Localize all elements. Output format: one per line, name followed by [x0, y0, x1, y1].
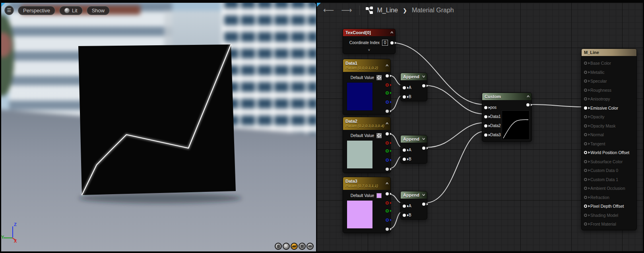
material-input-pin[interactable] [584, 187, 587, 190]
append1-header[interactable]: Append ˅ [401, 73, 427, 80]
append3-a-input-pin[interactable] [403, 205, 406, 208]
material-graph-panel[interactable]: ⟵ ⟶ M_Line ❯ Material Graph [317, 3, 643, 251]
data3-node[interactable]: Data3 Param (0.7,0.3,1,1) ˄ Default Valu… [343, 177, 391, 233]
material-input-pin[interactable] [584, 133, 587, 136]
perspective-button[interactable]: Perspective [18, 6, 55, 15]
expand-chevron-icon[interactable]: ˅ [343, 46, 395, 52]
material-pin-row[interactable]: Metallic [582, 68, 636, 77]
default-value-swatch[interactable] [376, 133, 382, 138]
data1-b-output-pin[interactable] [386, 100, 389, 104]
material-input-pin[interactable] [584, 89, 587, 92]
default-value-swatch[interactable] [376, 75, 382, 80]
data3-header[interactable]: Data3 Param (0.7,0.3,1,1) ˄ [343, 177, 390, 190]
data3-a-output-pin[interactable] [386, 228, 389, 231]
append3-node[interactable]: Append ˅ A B [400, 191, 427, 220]
arrow-right-icon[interactable]: ⟶ [339, 5, 353, 15]
custom-output-pin[interactable] [526, 103, 530, 106]
material-pin-row[interactable]: Base Color [582, 59, 636, 68]
material-input-pin[interactable] [584, 178, 587, 181]
data1-g-output-pin[interactable] [386, 91, 389, 95]
material-input-pin[interactable] [584, 160, 587, 163]
data3-g-output-pin[interactable] [386, 209, 389, 212]
data1-a-output-pin[interactable] [386, 110, 389, 113]
data2-g-output-pin[interactable] [386, 149, 389, 153]
material-pin-row[interactable]: Opacity [582, 112, 636, 122]
material-input-pin[interactable] [584, 115, 587, 118]
data2-rgb-output-pin[interactable] [386, 132, 389, 135]
append2-b-input-pin[interactable] [403, 158, 406, 161]
custom-node[interactable]: Custom ˄ pos Data1 [482, 93, 532, 142]
append2-node[interactable]: Append ˅ A B [400, 135, 427, 164]
chevron-down-icon[interactable]: ˄︎ [390, 31, 393, 35]
texcoord-node[interactable]: TexCoord[0] ˄︎ Coordinate Index 0 ˅ [343, 29, 396, 54]
material-input-pin[interactable] [584, 62, 587, 65]
append1-b-input-pin[interactable] [403, 95, 406, 98]
data3-rgb-output-pin[interactable] [386, 192, 389, 195]
append1-node[interactable]: Append ˅ A B [400, 73, 427, 101]
material-input-pin[interactable] [584, 106, 587, 110]
chevron-down-icon[interactable]: ˅ [422, 137, 425, 141]
material-pin-row[interactable]: Custom Data 1 [582, 175, 636, 184]
material-pin-row[interactable]: Tangent [582, 139, 636, 149]
show-button[interactable]: Show [87, 6, 110, 15]
data2-r-output-pin[interactable] [386, 141, 389, 145]
data1-r-output-pin[interactable] [386, 83, 389, 87]
material-pin-row[interactable]: Ambient Occlusion [582, 184, 636, 193]
preview-viewport[interactable]: ☰ Perspective Lit Show Z Y X [1, 3, 316, 251]
data1-node[interactable]: Data1 Param (0,0,0.1,0.2) ˄ Default Valu… [343, 59, 391, 115]
material-input-pin[interactable] [584, 124, 587, 127]
material-input-pin[interactable] [584, 169, 587, 172]
material-input-pin[interactable] [584, 222, 587, 226]
material-pin-row[interactable]: Roughness [582, 86, 636, 95]
custom-input-pin[interactable] [484, 115, 487, 118]
custom-input-pin[interactable] [484, 133, 487, 137]
append3-output-pin[interactable] [422, 203, 425, 206]
data2-header[interactable]: Data2 Param (0.2,0.3,0.3,0.4) ˄ [343, 117, 390, 130]
data1-header[interactable]: Data1 Param (0,0,0.1,0.2) ˄ [343, 59, 390, 72]
material-pin-row[interactable]: Subsurface Color [582, 157, 636, 166]
breadcrumb-asset[interactable]: M_Line [377, 7, 398, 14]
material-pin-row[interactable]: Custom Data 0 [582, 166, 636, 175]
append3-b-input-pin[interactable] [403, 214, 406, 217]
arrow-left-icon[interactable]: ⟵ [322, 5, 336, 15]
custom-input-pin[interactable] [484, 106, 487, 109]
data3-r-output-pin[interactable] [386, 201, 389, 205]
append1-output-pin[interactable] [422, 84, 425, 87]
texcoord-header[interactable]: TexCoord[0] ˄︎ [343, 29, 395, 36]
material-pin-row[interactable]: Specular [582, 77, 636, 86]
cylinder-mesh-button[interactable] [275, 243, 282, 250]
material-input-pin[interactable] [584, 97, 587, 100]
append1-a-input-pin[interactable] [403, 86, 406, 89]
chevron-up-icon[interactable]: ˄ [386, 182, 388, 185]
material-input-pin[interactable] [584, 71, 587, 74]
append3-header[interactable]: Append ˅ [401, 191, 427, 199]
material-pin-row[interactable]: Opacity Mask [582, 122, 636, 131]
material-pin-row[interactable]: World Position Offset [582, 148, 636, 157]
texcoord-output-pin[interactable] [390, 41, 394, 44]
append2-header[interactable]: Append ˅ [401, 135, 427, 143]
append2-output-pin[interactable] [422, 147, 425, 150]
default-value-swatch[interactable] [376, 193, 382, 198]
custom-input-pin[interactable] [484, 124, 487, 127]
material-result-header[interactable]: M_Line [582, 49, 636, 56]
material-input-pin[interactable] [584, 205, 587, 208]
material-input-pin[interactable] [584, 196, 587, 199]
data3-b-output-pin[interactable] [386, 218, 389, 222]
material-pin-row[interactable]: Shading Model [582, 211, 636, 220]
material-input-pin[interactable] [584, 151, 587, 154]
material-pin-row[interactable]: Anisotropy [582, 95, 636, 104]
chevron-down-icon[interactable]: ˅ [422, 75, 425, 79]
data1-rgb-output-pin[interactable] [386, 74, 389, 77]
hamburger-icon[interactable]: ☰ [4, 6, 14, 15]
data2-node[interactable]: Data2 Param (0.2,0.3,0.3,0.4) ˄ Default … [343, 117, 391, 173]
material-pin-row[interactable]: Normal [582, 130, 636, 139]
material-input-pin[interactable] [584, 79, 587, 83]
teapot-mesh-button[interactable] [306, 243, 314, 250]
coordinate-index-value[interactable]: 0 [382, 40, 388, 46]
material-pin-row[interactable]: Front Material [582, 220, 636, 229]
data2-a-output-pin[interactable] [386, 168, 389, 171]
material-input-pin[interactable] [584, 142, 587, 145]
cube-mesh-button[interactable] [299, 243, 306, 250]
chevron-up-icon[interactable]: ˄ [386, 64, 388, 68]
plane-mesh-button[interactable] [291, 243, 298, 250]
